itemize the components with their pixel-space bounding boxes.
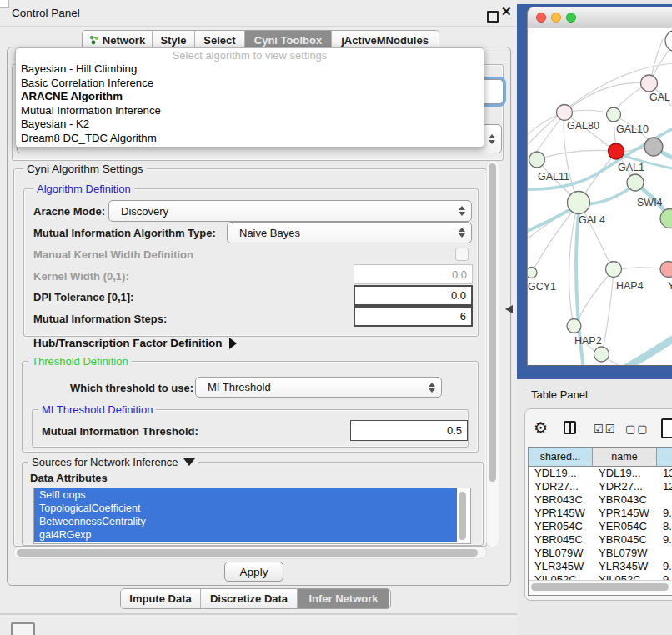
network-node[interactable] bbox=[528, 268, 537, 278]
table-cell: 8. bbox=[657, 520, 672, 533]
network-node[interactable] bbox=[660, 209, 672, 228]
kernel-width-field[interactable]: 0.0 bbox=[354, 264, 473, 284]
data-attributes-list[interactable]: SelfLoopsTopologicalCoefficientBetweenne… bbox=[33, 488, 471, 544]
tab-infer-network[interactable]: Infer Network bbox=[298, 589, 389, 608]
select-all-rows-icon[interactable]: ☑☑ bbox=[594, 422, 616, 435]
attribute-list-item[interactable]: TopologicalCoefficient bbox=[34, 502, 457, 515]
algorithm-option[interactable]: Dream8 DC_TDC Algorithm bbox=[16, 132, 484, 146]
network-node[interactable] bbox=[529, 152, 545, 168]
minimize-traffic-light[interactable] bbox=[551, 12, 561, 22]
table-row[interactable]: YLR345WYLR345W9. bbox=[529, 560, 672, 573]
float-panel-icon[interactable] bbox=[487, 11, 499, 22]
list-scrollbar-thumb[interactable] bbox=[459, 492, 466, 540]
corner-fragment bbox=[0, 0, 9, 8]
network-window-titlebar[interactable] bbox=[528, 8, 672, 28]
algorithm-option[interactable]: Mutual Information Inference bbox=[16, 104, 484, 118]
dpi-tolerance-field[interactable]: 0.0 bbox=[354, 285, 473, 306]
algorithm-dropdown-popup: Select algorithm to view settings Bayesi… bbox=[15, 48, 484, 148]
which-threshold-value: MI Threshold bbox=[208, 381, 271, 393]
algorithm-option[interactable]: Bayesian - K2 bbox=[16, 118, 484, 132]
zoom-traffic-light[interactable] bbox=[566, 12, 576, 22]
network-node[interactable] bbox=[606, 262, 622, 278]
aracne-mode-combobox[interactable]: Discovery bbox=[108, 200, 472, 222]
apply-button[interactable]: Apply bbox=[224, 562, 283, 582]
attribute-list-item[interactable]: SelfLoops bbox=[34, 488, 457, 502]
tab-label: Infer Network bbox=[308, 592, 378, 605]
divider bbox=[0, 613, 520, 615]
mi-steps-label: Mutual Information Steps: bbox=[33, 312, 167, 325]
table-hscrollbar-thumb[interactable] bbox=[531, 583, 669, 591]
table-row[interactable]: YDL19...YDL19...13 bbox=[529, 467, 672, 480]
network-node-label: GAL1 bbox=[618, 162, 644, 173]
table-row[interactable]: YBL079WYBL079W bbox=[529, 547, 672, 560]
network-node[interactable] bbox=[641, 75, 658, 92]
docked-panel-icon[interactable] bbox=[11, 622, 35, 635]
tab-label: Network bbox=[103, 34, 145, 47]
stepper-icon bbox=[429, 382, 435, 392]
new-table-icon[interactable] bbox=[661, 418, 672, 438]
collapse-down-icon[interactable] bbox=[183, 458, 195, 466]
attribute-list-item[interactable]: BetweennessCentrality bbox=[34, 515, 457, 528]
table-cell bbox=[657, 547, 672, 560]
top-strip bbox=[517, 0, 672, 4]
table-cell bbox=[657, 493, 672, 507]
network-edge bbox=[583, 153, 615, 197]
column-header-hidden[interactable] bbox=[657, 448, 672, 466]
column-header-shared[interactable]: shared... bbox=[529, 448, 593, 466]
column-header-name[interactable]: name bbox=[593, 448, 657, 466]
network-node[interactable] bbox=[568, 192, 590, 214]
table-row[interactable]: YER054CYER054C8. bbox=[529, 520, 672, 533]
manual-kernel-checkbox[interactable] bbox=[455, 248, 469, 261]
sources-title[interactable]: Sources for Network Inference bbox=[28, 456, 198, 468]
stepper-icon bbox=[489, 134, 495, 144]
settings-hscrollbar-track[interactable] bbox=[13, 547, 487, 559]
table-cell: YPR145W bbox=[529, 507, 593, 520]
aracne-mode-value: Discovery bbox=[121, 205, 168, 218]
tab-label: Style bbox=[160, 34, 186, 47]
network-node[interactable] bbox=[665, 30, 672, 52]
expand-right-icon[interactable] bbox=[229, 338, 237, 349]
close-traffic-light[interactable] bbox=[536, 12, 546, 22]
settings-vscrollbar-thumb[interactable] bbox=[489, 163, 496, 482]
table-row[interactable]: YPR145WYPR145W9. bbox=[529, 507, 672, 520]
algorithm-option[interactable]: ARACNE Algorithm bbox=[16, 90, 484, 104]
table-cell: YBL079W bbox=[593, 547, 657, 560]
network-graph-canvas[interactable]: GALGAL80GAL10GAL1GAL11SWI4GAL4GCY1HAP4YH… bbox=[528, 28, 672, 365]
network-node[interactable] bbox=[660, 262, 672, 278]
tab-discretize-data[interactable]: Discretize Data bbox=[201, 589, 298, 608]
which-threshold-combobox[interactable]: MI Threshold bbox=[195, 377, 442, 398]
control-panel-titlebar: Control Panel ✕ bbox=[0, 0, 517, 27]
network-edge bbox=[616, 268, 664, 270]
network-node[interactable] bbox=[607, 108, 621, 122]
mi-threshold-field[interactable]: 0.5 bbox=[350, 420, 468, 441]
settings-hscrollbar-thumb[interactable] bbox=[17, 549, 478, 557]
network-node[interactable] bbox=[609, 143, 624, 159]
kernel-width-value: 0.0 bbox=[452, 268, 467, 281]
mi-steps-field[interactable]: 6 bbox=[354, 306, 473, 327]
tab-impute-data[interactable]: Impute Data bbox=[121, 589, 201, 608]
algorithm-option[interactable]: Bayesian - Hill Climbing bbox=[16, 62, 484, 77]
mi-algorithm-type-combobox[interactable]: Naive Bayes bbox=[227, 222, 472, 243]
gear-icon[interactable]: ⚙ bbox=[534, 418, 548, 438]
table-row[interactable]: YBR045CYBR045C9. bbox=[529, 533, 672, 547]
hub-section-toggle[interactable]: Hub/Transcription Factor Definition bbox=[33, 337, 237, 349]
table-row[interactable]: YDR27...YDR27...12 bbox=[529, 480, 672, 493]
tab-label: Cyni Toolbox bbox=[254, 34, 322, 47]
network-node[interactable] bbox=[627, 174, 644, 191]
column-browser-icon[interactable] bbox=[564, 421, 576, 434]
threshold-definition-title: Threshold Definition bbox=[28, 355, 132, 368]
network-node[interactable] bbox=[567, 319, 581, 333]
algorithm-option[interactable]: Basic Correlation Inference bbox=[16, 77, 484, 91]
attribute-list-item[interactable]: gal4RGexp bbox=[34, 528, 457, 542]
deselect-all-rows-icon[interactable]: ▢▢ bbox=[625, 422, 649, 435]
close-panel-icon[interactable]: ✕ bbox=[501, 4, 512, 19]
table-hscrollbar-track[interactable] bbox=[529, 580, 671, 593]
network-node[interactable] bbox=[594, 347, 609, 362]
table-row[interactable]: YBR043CYBR043C bbox=[529, 493, 672, 507]
settings-vscrollbar-track[interactable] bbox=[486, 160, 499, 548]
table-cell: YBR043C bbox=[529, 493, 593, 507]
network-node[interactable] bbox=[557, 105, 573, 121]
node-attribute-table[interactable]: shared...nameYDL19...YDL19...13YDR27...Y… bbox=[528, 447, 672, 596]
network-node[interactable] bbox=[644, 138, 663, 156]
which-threshold-label: Which threshold to use: bbox=[70, 382, 193, 394]
